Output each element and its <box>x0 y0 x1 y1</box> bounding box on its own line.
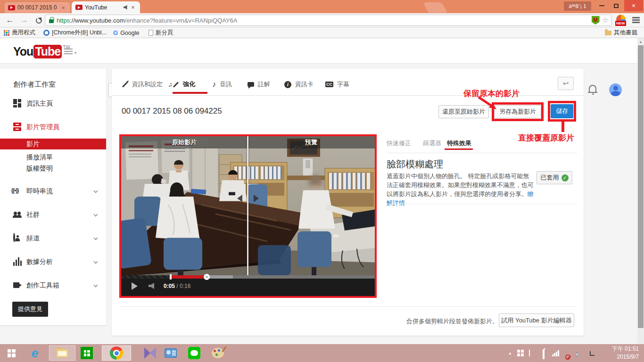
tray-network-icon[interactable] <box>552 350 559 356</box>
taskbar-file-explorer[interactable] <box>49 346 75 361</box>
scrollbar-thumb[interactable] <box>638 45 644 328</box>
dashboard-icon <box>13 99 22 107</box>
tray-expand-icon[interactable]: ▲ <box>508 351 512 355</box>
tab-annotations[interactable]: 註解 <box>248 79 270 90</box>
taskbar-chrome[interactable] <box>102 346 131 361</box>
logo-you: You <box>13 45 33 58</box>
notifications-bell-icon[interactable] <box>589 85 596 92</box>
chrome-menu-icon[interactable] <box>632 17 640 23</box>
tab-label: 資訊和設定 <box>132 80 163 89</box>
bookmark-newtab[interactable]: 新分頁 <box>149 29 173 37</box>
youtube-logo[interactable]: You Tube TW <box>13 45 70 58</box>
tray-battery-icon[interactable] <box>543 350 545 359</box>
tab-label: 音訊 <box>220 80 232 89</box>
bookmark-star-icon[interactable]: ☆ <box>603 16 609 25</box>
window-minimize-button[interactable] <box>595 0 608 11</box>
window-restore-button[interactable] <box>610 0 623 11</box>
ssl-padlock-icon <box>49 19 54 23</box>
taskbar-line[interactable] <box>187 346 202 361</box>
mcafee-icon[interactable]: M <box>592 16 600 25</box>
taskbar-clock[interactable]: 下午 01:51 2015/9/7 <box>605 345 639 361</box>
bookmark-label: [Chrome外掛] Unbl... <box>52 29 107 37</box>
other-bookmarks[interactable]: 其他書籤 <box>605 29 637 37</box>
tab-subtitles[interactable]: CC 字幕 <box>325 79 349 90</box>
tray-circle-x-icon[interactable]: × <box>576 350 578 358</box>
sidebar-item-community[interactable]: 社群 <box>0 209 106 221</box>
sidebar-item-toolbox[interactable]: 創作工具箱 <box>0 280 106 291</box>
video-frame[interactable]: 原始影片 預覽 <box>121 136 375 275</box>
back-button[interactable]: ← <box>4 15 16 26</box>
tab-audio[interactable]: ♪ 音訊 <box>212 79 232 90</box>
progress-played <box>172 275 206 279</box>
page-icon <box>149 30 153 36</box>
video-player: 原始影片 預覽 0:05 / 0:16 <box>119 134 377 298</box>
chrome-icon <box>110 346 123 360</box>
tab-info-settings[interactable]: 資訊和設定 <box>122 79 163 90</box>
refresh-button[interactable] <box>36 17 42 24</box>
creator-studio-sidebar: 創作者工作室 資訊主頁 影片管理員 影片 播放清單 版權聲明 <box>0 69 106 325</box>
folder-icon <box>605 31 611 35</box>
sidebar-item-live[interactable]: ((•)) 即時串流 <box>0 186 106 197</box>
sidebar-item-videos[interactable]: 影片 <box>0 139 106 149</box>
live-streaming-icon: ((•)) <box>11 187 25 196</box>
progress-buffered <box>206 275 233 279</box>
tray-flag-icon[interactable] <box>529 350 530 358</box>
return-arrow-button[interactable]: ↩ <box>558 77 574 90</box>
applied-button[interactable]: 已套用 ✓ <box>537 171 572 184</box>
taskbar-remote-desktop[interactable] <box>163 346 178 361</box>
clock-time: 下午 01:51 <box>605 345 639 353</box>
sidebar-item-copyright[interactable]: 版權聲明 <box>0 163 106 174</box>
avatar[interactable] <box>609 83 622 96</box>
description-text: 遮蓋影片中個別人物的臉孔。 特定臉孔或影格可能無法正確套用模糊效果。如果您對模糊… <box>387 173 534 197</box>
forward-button[interactable]: → <box>18 15 30 26</box>
guide-menu-icon[interactable] <box>64 49 73 54</box>
browser-tab-video[interactable]: 00 0017 2015 08 06 094 × <box>4 1 71 13</box>
page-scrollbar[interactable]: ▲ <box>637 38 644 344</box>
window-close-button[interactable]: × <box>624 0 643 11</box>
editor-hint-text: 合併多個剪輯片段並發佈新影片。 <box>357 317 498 326</box>
tab-close-icon[interactable]: × <box>60 4 66 11</box>
taskbar-ie[interactable]: e <box>27 346 42 361</box>
tab-label: 資訊卡 <box>295 80 314 89</box>
address-bar[interactable]: https ://www.youtube.com /enhance?featur… <box>45 15 612 26</box>
applied-label: 已套用 <box>541 173 559 182</box>
profile-badge[interactable]: äººå“¡ 1 <box>564 1 591 11</box>
progress-knob[interactable] <box>204 274 210 280</box>
sidebar-item-playlists[interactable]: 播放清單 <box>0 152 106 163</box>
panel-tab-quick-fixes[interactable]: 快速修正 <box>387 139 411 148</box>
volume-icon[interactable] <box>149 283 156 289</box>
browser-tab-youtube[interactable]: YouTube × <box>72 1 140 13</box>
start-button[interactable] <box>4 346 19 361</box>
scrollbar-up-icon[interactable]: ▲ <box>637 38 644 45</box>
tray-windows-icon[interactable] <box>517 350 524 356</box>
channel-icon <box>13 233 15 242</box>
sidebar-item-dashboard[interactable]: 資訊主頁 <box>0 98 106 109</box>
bookmark-google[interactable]: G Google <box>113 29 139 37</box>
tab-cards[interactable]: i 資訊卡 <box>284 79 314 90</box>
panel-tab-special-effects[interactable]: 特殊效果 <box>447 139 471 148</box>
time-current: 0:05 <box>164 283 175 289</box>
taskbar-kmplayer[interactable] <box>140 346 155 361</box>
sidebar-item-analytics[interactable]: 數據分析 <box>0 256 106 268</box>
taskbar-store[interactable] <box>79 346 94 361</box>
youtube-favicon <box>8 5 15 10</box>
save-as-new-button[interactable]: 另存為新影片 <box>494 105 541 118</box>
new-tab-button[interactable] <box>423 2 447 13</box>
play-button[interactable] <box>132 282 138 290</box>
tab-close-icon[interactable]: × <box>130 4 136 11</box>
progress-bar[interactable] <box>121 275 375 279</box>
try-editor-button[interactable]: 試用 YouTube 影片編輯器 <box>499 313 574 327</box>
split-divider-handle[interactable] <box>247 136 248 275</box>
split-arrow-left-icon[interactable] <box>237 195 242 202</box>
taskbar-paint[interactable] <box>210 346 225 361</box>
bookmark-chrome-ext[interactable]: [Chrome外掛] Unbl... <box>43 29 107 37</box>
save-button[interactable]: 儲存 <box>551 104 573 118</box>
bookmark-apps[interactable]: 應用程式 <box>4 29 35 37</box>
tab-label: 註解 <box>258 80 270 89</box>
sidebar-item-channel[interactable]: 頻道 <box>0 233 106 244</box>
tab-enhancements[interactable]: 強化 <box>173 79 195 90</box>
panel-tab-filters[interactable]: 篩選器 <box>423 139 441 148</box>
sidebar-item-video-manager[interactable]: 影片管理員 <box>0 122 106 133</box>
split-arrow-right-icon[interactable] <box>254 195 259 202</box>
feedback-button[interactable]: 提供意見 <box>12 302 48 317</box>
